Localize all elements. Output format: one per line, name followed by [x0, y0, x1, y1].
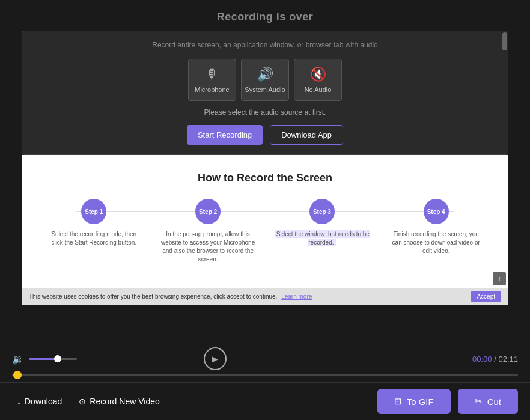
- download-icon: ↓: [17, 397, 21, 406]
- system-audio-icon: 🔊: [257, 67, 273, 82]
- how-to-title: How to Record the Screen: [40, 172, 490, 184]
- to-gif-label: To GIF: [407, 397, 434, 407]
- scroll-up-button[interactable]: ↑: [493, 272, 506, 285]
- time-current: 00:00: [472, 355, 492, 364]
- cookie-bar: This website uses cookies to offer you t…: [22, 288, 508, 305]
- play-icon: ▶: [212, 354, 218, 364]
- scrollbar[interactable]: [501, 31, 508, 154]
- main-content: Record entire screen, an application win…: [0, 31, 530, 341]
- record-new-button[interactable]: ⊙ Record New Video: [74, 391, 164, 412]
- record-new-label: Record New Video: [90, 397, 159, 406]
- please-select-text: Please select the audio source at first.: [32, 108, 498, 117]
- microphone-icon: 🎙: [206, 67, 219, 82]
- volume-slider[interactable]: [29, 358, 77, 360]
- cut-label: Cut: [487, 397, 501, 407]
- how-to-section: How to Record the Screen Step 1 Select t…: [22, 155, 508, 288]
- step-1-circle: Step 1: [81, 199, 106, 224]
- step-2-circle: Step 2: [195, 199, 221, 224]
- cut-icon: ✂: [475, 396, 483, 407]
- system-audio-label: System Audio: [245, 86, 285, 93]
- video-controls: 🔉 ▶ 00:00 / 02:11: [0, 341, 530, 382]
- audio-option-microphone[interactable]: 🎙 Microphone: [188, 59, 236, 101]
- step-2: Step 2 In the pop-up prompt, allow this …: [160, 199, 257, 264]
- start-recording-button[interactable]: Start Recording: [187, 125, 263, 145]
- step-4: Step 4 Finish recording the screen, you …: [388, 199, 484, 255]
- recording-panel: Record entire screen, an application win…: [22, 31, 508, 155]
- download-button[interactable]: ↓ Download: [12, 391, 67, 412]
- action-bar: ↓ Download ⊙ Record New Video ⊡ To GIF ✂…: [0, 382, 530, 420]
- panel-wrapper: Record entire screen, an application win…: [22, 31, 508, 305]
- scroll-thumb: [502, 32, 507, 50]
- step-3: Step 3 Select the window that needs to b…: [274, 199, 371, 247]
- no-audio-icon: 🔇: [310, 67, 326, 82]
- panel-instruction: Record entire screen, an application win…: [32, 41, 498, 49]
- microphone-label: Microphone: [195, 86, 229, 93]
- step-3-highlight: Select the window that needs to be recor…: [275, 230, 370, 246]
- progress-thumb: [13, 371, 22, 379]
- cookie-message: This website uses cookies to offer you t…: [29, 293, 312, 300]
- progress-bar[interactable]: [12, 374, 518, 376]
- audio-option-system[interactable]: 🔊 System Audio: [241, 59, 289, 101]
- no-audio-label: No Audio: [305, 86, 332, 93]
- step-1-desc: Select the recording mode, then click th…: [46, 230, 142, 247]
- learn-more-link[interactable]: Learn more: [281, 293, 312, 300]
- controls-row: 🔉 ▶ 00:00 / 02:11: [12, 347, 518, 370]
- step-3-circle: Step 3: [309, 199, 335, 224]
- download-app-button[interactable]: Download App: [270, 125, 343, 145]
- play-button[interactable]: ▶: [204, 347, 227, 370]
- cookie-accept-button[interactable]: Accept: [471, 291, 501, 302]
- time-display: 00:00 / 02:11: [472, 355, 518, 364]
- download-label: Download: [25, 397, 62, 406]
- cut-button[interactable]: ✂ Cut: [458, 389, 518, 414]
- audio-options: 🎙 Microphone 🔊 System Audio 🔇 No Audio: [32, 59, 498, 101]
- record-new-icon: ⊙: [79, 397, 86, 406]
- steps-container: Step 1 Select the recording mode, then c…: [40, 199, 490, 264]
- audio-option-no-audio[interactable]: 🔇 No Audio: [294, 59, 342, 101]
- step-4-circle: Step 4: [424, 199, 449, 224]
- volume-area: 🔉: [12, 353, 77, 365]
- panel-buttons: Start Recording Download App: [32, 125, 498, 145]
- time-total: 02:11: [498, 355, 518, 364]
- to-gif-button[interactable]: ⊡ To GIF: [377, 389, 451, 414]
- to-gif-icon: ⊡: [394, 396, 402, 407]
- step-2-desc: In the pop-up prompt, allow this website…: [160, 230, 257, 264]
- step-4-desc: Finish recording the screen, you can cho…: [388, 230, 484, 255]
- volume-icon: 🔉: [12, 353, 24, 365]
- step-3-desc: Select the window that needs to be recor…: [274, 230, 371, 247]
- time-separator: /: [494, 355, 496, 364]
- volume-thumb: [54, 355, 61, 362]
- step-1: Step 1 Select the recording mode, then c…: [46, 199, 142, 247]
- page-title: Recording is over: [0, 0, 530, 31]
